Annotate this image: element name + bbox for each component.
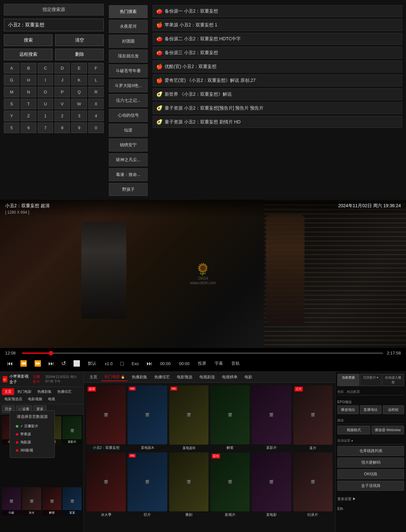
warehouse-btn[interactable]: 仓库线路列表 [337, 446, 404, 456]
clear-button[interactable]: 清空 [55, 34, 104, 46]
content-card-3[interactable]: 🎬 解签 [210, 385, 250, 450]
content-tab-drama[interactable]: 热播剧集 [129, 373, 150, 381]
result-item-6[interactable]: 🥑 新世界 《小丑2：双重妄想》解说 [153, 88, 402, 100]
movie-thumb-6[interactable]: 🎬 解签 [43, 487, 62, 516]
video-format-btn[interactable]: 视频格式 [337, 426, 370, 434]
key-J[interactable]: J [54, 75, 70, 85]
key-B[interactable]: B [21, 63, 36, 73]
movie-thumb-7[interactable]: 🎬 某某 [63, 487, 82, 516]
source-option-2[interactable]: 淘影源 [13, 438, 51, 446]
app-nav-tab-variety[interactable]: 热播综艺 [55, 388, 74, 395]
key-1[interactable]: 1 [38, 111, 53, 121]
content-tab-hot[interactable]: 热门电影 🔥 [101, 373, 128, 381]
skip-next-button[interactable]: ⏭ [145, 359, 154, 368]
content-card-10[interactable]: 🎬 某电影 [252, 452, 291, 517]
content-card-11[interactable]: 🎬 纪录片 [293, 452, 333, 517]
screen-mode-button[interactable]: ⬜ [71, 359, 82, 368]
key-5[interactable]: 5 [4, 122, 19, 133]
delete-button[interactable]: 删除 [55, 49, 104, 60]
hot-search-item-3[interactable]: 现在就出发 [109, 50, 148, 63]
hot-search-item-5[interactable]: 斗罗大陆II绝... [109, 79, 148, 92]
key-R[interactable]: R [88, 87, 104, 97]
movie-thumb-5[interactable]: 🎬 冰火 [22, 487, 41, 516]
key-E[interactable]: E [71, 63, 87, 73]
result-item-7[interactable]: 🥑 量子资源 小丑2：双重妄想[预告片] 预告片 预告片 [153, 102, 402, 114]
result-item-0[interactable]: 🍅 备份源一 小丑2：双重妄想 [153, 5, 402, 17]
box-route-btn[interactable]: 盒子送线路 [337, 481, 404, 491]
key-8[interactable]: 8 [54, 122, 70, 133]
content-tab-movie[interactable]: 电影 [241, 373, 256, 381]
video-frame[interactable]: 🌻 OK04 www.ok04.com [0, 200, 406, 348]
key-6[interactable]: 6 [21, 122, 36, 133]
key-4[interactable]: 4 [88, 111, 104, 121]
key-Q[interactable]: Q [71, 87, 87, 97]
live-addr-btn[interactable]: 直播地址 [360, 405, 381, 414]
hot-search-item-8[interactable]: 仙逆 [109, 124, 148, 137]
key-G[interactable]: G [4, 75, 19, 85]
hot-search-item-2[interactable]: 好团圆 [109, 35, 148, 48]
result-item-1[interactable]: 🍎 苹果源 小丑2：双重妄想 1 [153, 19, 402, 31]
remote-search-button[interactable]: 远程搜索 [4, 49, 53, 60]
subtitle-button[interactable]: 字幕 [212, 359, 226, 368]
content-card-8[interactable]: 🎬 番剧 [169, 452, 208, 517]
key-A[interactable]: A [4, 63, 19, 73]
key-P[interactable]: P [54, 87, 70, 97]
content-tab-variety[interactable]: 热播综艺 [151, 373, 173, 381]
content-tab-home[interactable]: 主页 [86, 373, 101, 381]
content-tab-chart[interactable]: 电视榜单 [219, 373, 241, 381]
key-K[interactable]: K [71, 75, 87, 85]
right-tab-resource[interactable]: 当前资源 [337, 374, 359, 386]
hot-search-item-10[interactable]: 斩神之凡尘... [109, 153, 148, 166]
source-option-3[interactable]: 360影视 [13, 446, 51, 454]
search-input[interactable] [4, 19, 104, 31]
progress-thumb[interactable] [49, 351, 53, 355]
key-U[interactable]: U [38, 99, 53, 109]
key-N[interactable]: N [21, 87, 36, 97]
result-item-3[interactable]: 🍅 备份源三 小丑2：双重妄想 [153, 47, 402, 59]
result-item-8[interactable]: 🥑 量子资源 小丑2：双重妄想 剧情片 HD [153, 116, 402, 128]
hot-search-item-9[interactable]: 锦绣安宁 [109, 139, 148, 151]
app-nav-tab-home[interactable]: 主页 [2, 388, 14, 395]
key-T[interactable]: T [21, 99, 36, 109]
key-M[interactable]: M [4, 87, 19, 97]
right-tab-autoplay[interactable]: 自动进入播放 [382, 374, 404, 386]
replay-button[interactable]: ↺ [59, 359, 68, 368]
track-button[interactable]: 音轨 [229, 359, 242, 368]
key-I[interactable]: I [38, 75, 53, 85]
key-X[interactable]: X [88, 99, 104, 109]
next-frame-button[interactable]: ⏩ [32, 359, 43, 368]
search-button[interactable]: 搜索 [4, 34, 53, 46]
key-2[interactable]: 2 [54, 111, 70, 121]
content-card-9[interactable]: 🎬 蓝光 影视片 [210, 452, 250, 517]
movie-thumb-4[interactable]: 🎬 斗破 [2, 487, 21, 516]
prev-episode-button[interactable]: ⏮ [5, 359, 15, 368]
app-nav-tab-tv[interactable]: 电视 [45, 396, 58, 402]
key-D[interactable]: D [54, 63, 70, 73]
hot-search-item-12[interactable]: 野孩子 [109, 183, 148, 196]
content-tab-movie-select[interactable]: 电影预选 [174, 373, 196, 381]
source-option-1[interactable]: 苹果源 [13, 430, 51, 438]
remote-frame-btn[interactable]: 远程桢 [383, 405, 404, 414]
hot-search-item-7[interactable]: 心动的信号 [109, 109, 148, 122]
ok-route-btn[interactable]: OK结路 [337, 469, 404, 479]
webview-btn[interactable]: 播放器 Webview [372, 426, 404, 434]
key-3[interactable]: 3 [71, 111, 87, 121]
hot-search-item-11[interactable]: 毒液：致命... [109, 168, 148, 181]
content-card-1[interactable]: 🎬 HD 某电影A [128, 385, 167, 450]
key-V[interactable]: V [54, 99, 70, 109]
result-item-2[interactable]: 🍅 备份源二 小丑2：双重妄想 HDTC中字 [153, 33, 402, 45]
content-card-7[interactable]: 🎬 HD 巨片 [128, 452, 167, 517]
hot-search-item-0[interactable]: 热门搜索 [109, 5, 148, 18]
progress-bar[interactable] [22, 353, 383, 354]
key-9[interactable]: 9 [71, 122, 87, 133]
hot-search-item-6[interactable]: 伍六七之记... [109, 94, 148, 107]
key-C[interactable]: C [38, 63, 53, 73]
key-7[interactable]: 7 [38, 122, 53, 133]
cast-button[interactable]: 投屏 [195, 359, 209, 368]
monitor-button[interactable]: □ [119, 359, 126, 368]
content-card-2[interactable]: 🎬 HD 某电影B [169, 385, 208, 450]
audio-button[interactable]: Exo [129, 360, 141, 367]
movie-thumb-3[interactable]: 🎬 某影片 [63, 416, 82, 445]
key-W[interactable]: W [71, 99, 87, 109]
content-card-0[interactable]: 🎬 超清 小丑2：双重妄想 [86, 385, 126, 450]
